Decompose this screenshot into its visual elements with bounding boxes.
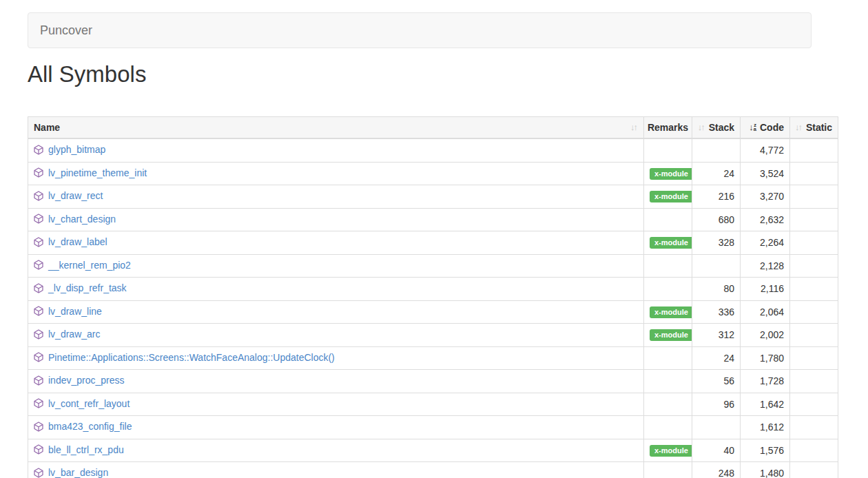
remarks-cell [644,208,692,231]
x-module-badge: x-module [650,191,692,202]
name-cell: indev_proc_press [28,370,644,393]
sort-desc-icon: ↓za [749,122,756,133]
code-cell: 1,612 [741,416,790,439]
column-header-inner: ↓zaCode [746,122,784,133]
name-cell: lv_cont_refr_layout [28,393,644,416]
code-cell: 1,728 [741,370,790,393]
remarks-cell: x-module [644,185,692,209]
symbol-link[interactable]: __kernel_rem_pio2 [34,260,131,271]
stack-cell: 40 [692,439,741,462]
remarks-cell: x-module [644,324,692,347]
static-cell [790,324,838,347]
static-cell [790,185,838,209]
table-header-row: Name↓↑Remarks↓↑Stack↓zaCode↓↑Static [28,117,838,139]
table-body: glyph_bitmap4,772lv_pinetime_theme_initx… [28,138,838,478]
column-header-static[interactable]: ↓↑Static [790,117,838,139]
symbol-link[interactable]: ble_ll_ctrl_rx_pdu [34,444,124,455]
static-cell [790,278,838,301]
static-cell [790,231,838,255]
static-cell [790,370,838,393]
symbol-link[interactable]: lv_draw_arc [34,329,100,340]
remarks-cell [644,138,692,162]
symbol-link[interactable]: lv_cont_refr_layout [34,398,130,409]
symbol-link[interactable]: lv_draw_rect [34,190,103,201]
stack-cell: 56 [692,370,741,393]
remarks-cell: x-module [644,231,692,255]
column-label-code: Code [760,122,784,133]
package-icon [34,260,43,270]
symbol-link[interactable]: Pinetime::Applications::Screens::WatchFa… [34,352,335,363]
name-cell: __kernel_rem_pio2 [28,254,644,278]
stack-cell: 336 [692,300,741,324]
x-module-badge: x-module [650,329,692,341]
symbol-name: __kernel_rem_pio2 [48,260,131,271]
symbol-link[interactable]: lv_draw_line [34,306,102,317]
column-header-inner: Remarks [650,122,686,133]
column-label-stack: Stack [709,122,734,133]
stack-cell [692,254,741,278]
remarks-cell [644,346,692,370]
code-cell: 2,128 [741,254,790,278]
remarks-cell: x-module [644,439,692,462]
symbol-link[interactable]: bma423_config_file [34,421,132,432]
remarks-cell [644,462,692,478]
table-row: bma423_config_file1,612 [28,416,838,439]
static-cell [790,162,838,185]
symbol-link[interactable]: indev_proc_press [34,375,125,386]
column-header-inner: Name↓↑ [34,122,638,133]
code-cell: 2,632 [741,208,790,231]
name-cell: glyph_bitmap [28,138,644,162]
table-row: __kernel_rem_pio22,128 [28,254,838,278]
symbol-link[interactable]: lv_chart_design [34,214,116,225]
code-cell: 4,772 [741,138,790,162]
symbol-link[interactable]: lv_bar_design [34,467,108,478]
package-icon [34,191,43,201]
symbol-name: _lv_disp_refr_task [48,282,127,293]
stack-cell: 96 [692,393,741,416]
table-header: Name↓↑Remarks↓↑Stack↓zaCode↓↑Static [28,117,838,139]
x-module-badge: x-module [650,445,692,457]
remarks-cell [644,370,692,393]
column-header-inner: ↓↑Static [796,122,832,133]
table-row: lv_draw_labelx-module3282,264 [28,231,838,255]
package-icon [34,444,43,455]
package-icon [34,352,43,362]
package-icon [34,214,43,224]
package-icon [34,306,43,316]
table-row: lv_draw_arcx-module3122,002 [28,324,838,347]
code-cell: 1,480 [741,462,790,478]
code-cell: 3,270 [741,185,790,209]
column-label-name: Name [34,122,60,133]
symbol-link[interactable]: _lv_disp_refr_task [34,282,127,293]
column-header-stack[interactable]: ↓↑Stack [692,117,741,139]
name-cell: lv_pinetime_theme_init [28,162,644,185]
column-header-remarks: Remarks [644,117,692,139]
name-cell: bma423_config_file [28,416,644,439]
package-icon [34,329,43,340]
table-row: lv_pinetime_theme_initx-module243,524 [28,162,838,185]
sort-both-icon: ↓↑ [698,122,705,133]
symbol-link[interactable]: lv_pinetime_theme_init [34,167,147,178]
static-cell [790,346,838,370]
column-header-name[interactable]: Name↓↑ [28,117,644,139]
remarks-cell [644,254,692,278]
code-cell: 1,576 [741,439,790,462]
table-row: lv_draw_rectx-module2163,270 [28,185,838,209]
column-header-code[interactable]: ↓zaCode [741,117,790,139]
table-row: glyph_bitmap4,772 [28,138,838,162]
sort-both-icon: ↓↑ [795,122,803,133]
page-title: All Symbols [28,61,868,87]
symbol-link[interactable]: lv_draw_label [34,236,107,247]
page-container: Puncover All Symbols Name↓↑Remarks↓↑Stac… [28,12,868,478]
code-cell: 2,002 [741,324,790,347]
navbar-brand[interactable]: Puncover [40,23,92,37]
table-row: lv_bar_design2481,480 [28,462,838,478]
symbol-link[interactable]: glyph_bitmap [34,144,105,155]
symbol-name: bma423_config_file [48,421,132,432]
code-cell: 3,524 [741,162,790,185]
package-icon [34,375,43,386]
symbol-name: lv_bar_design [48,467,108,478]
stack-cell: 24 [692,346,741,370]
static-cell [790,416,838,439]
symbol-name: lv_chart_design [48,214,116,225]
